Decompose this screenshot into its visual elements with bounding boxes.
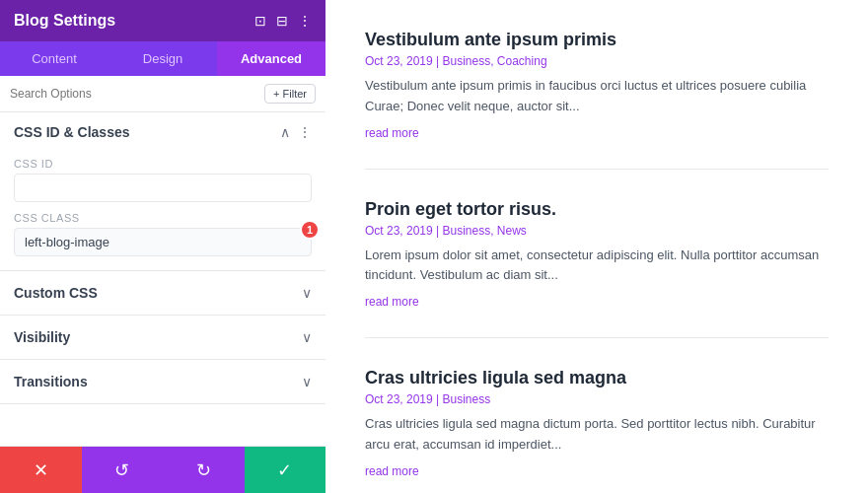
custom-css-section: Custom CSS ∨ xyxy=(0,271,326,316)
transitions-expand-icon[interactable]: ∨ xyxy=(302,374,312,389)
custom-css-expand-icon[interactable]: ∨ xyxy=(302,285,312,301)
wireframe-icon[interactable]: ⊡ xyxy=(254,13,266,29)
css-id-classes-title: CSS ID & Classes xyxy=(14,124,130,140)
visibility-expand-icon[interactable]: ∨ xyxy=(302,329,312,345)
panel-header-icons: ⊡ ⊟ ⋮ xyxy=(254,13,312,29)
collapse-icon[interactable]: ∧ xyxy=(280,124,290,140)
blog-post-2-meta: Oct 23, 2019 | Business, News xyxy=(365,224,829,238)
css-id-input[interactable] xyxy=(14,174,312,202)
bottom-toolbar: ✕ ↺ ↻ ✓ xyxy=(0,446,326,493)
transitions-section: Transitions ∨ xyxy=(0,360,326,404)
css-class-container: 1 xyxy=(14,228,312,256)
css-id-label: CSS ID xyxy=(14,158,312,170)
filter-button[interactable]: + Filter xyxy=(264,84,316,104)
search-bar: + Filter xyxy=(0,76,326,112)
panel-title: Blog Settings xyxy=(14,12,115,30)
panel-body: CSS ID & Classes ∧ ⋮ CSS ID CSS Class 1 … xyxy=(0,112,326,446)
css-class-label: CSS Class xyxy=(14,212,312,224)
tab-content[interactable]: Content xyxy=(0,41,108,76)
blog-content: Vestibulum ante ipsum primis Oct 23, 201… xyxy=(326,0,868,493)
css-class-input[interactable] xyxy=(14,228,312,256)
css-id-classes-header[interactable]: CSS ID & Classes ∧ ⋮ xyxy=(0,112,326,152)
save-button[interactable]: ✓ xyxy=(245,447,326,493)
tab-advanced[interactable]: Advanced xyxy=(217,41,326,76)
tab-design[interactable]: Design xyxy=(108,41,217,76)
search-input[interactable] xyxy=(10,87,258,101)
custom-css-header[interactable]: Custom CSS ∨ xyxy=(0,271,326,315)
blog-post-2: Proin eget tortor risus. Oct 23, 2019 | … xyxy=(365,199,829,339)
section-menu-icon[interactable]: ⋮ xyxy=(298,124,312,140)
visibility-title: Visibility xyxy=(14,329,70,345)
section-header-icons: ∧ ⋮ xyxy=(280,124,312,140)
cancel-button[interactable]: ✕ xyxy=(0,447,82,493)
blog-post-1-readmore[interactable]: read more xyxy=(365,126,419,140)
css-class-badge: 1 xyxy=(300,220,320,240)
blog-post-2-readmore[interactable]: read more xyxy=(365,295,419,309)
css-id-classes-content: CSS ID CSS Class 1 xyxy=(0,152,326,270)
blog-post-2-title: Proin eget tortor risus. xyxy=(365,199,829,220)
more-options-icon[interactable]: ⋮ xyxy=(298,13,312,29)
blog-post-3-meta: Oct 23, 2019 | Business xyxy=(365,392,829,406)
transitions-header[interactable]: Transitions ∨ xyxy=(0,360,326,403)
visibility-header[interactable]: Visibility ∨ xyxy=(0,316,326,359)
tab-bar: Content Design Advanced xyxy=(0,41,326,76)
transitions-title: Transitions xyxy=(14,374,88,389)
blog-post-1-excerpt: Vestibulum ante ipsum primis in faucibus… xyxy=(365,76,829,117)
visibility-section: Visibility ∨ xyxy=(0,316,326,360)
blog-post-1-title: Vestibulum ante ipsum primis xyxy=(365,30,829,50)
blog-post-2-excerpt: Lorem ipsum dolor sit amet, consectetur … xyxy=(365,246,829,287)
blog-post-1: Vestibulum ante ipsum primis Oct 23, 201… xyxy=(365,30,829,170)
layout-icon[interactable]: ⊟ xyxy=(276,13,288,29)
blog-post-3-readmore[interactable]: read more xyxy=(365,464,419,478)
custom-css-title: Custom CSS xyxy=(14,285,98,301)
panel-header: Blog Settings ⊡ ⊟ ⋮ xyxy=(0,0,326,41)
blog-post-3-excerpt: Cras ultricies ligula sed magna dictum p… xyxy=(365,414,829,456)
settings-panel: Blog Settings ⊡ ⊟ ⋮ Content Design Advan… xyxy=(0,0,326,493)
blog-post-3-title: Cras ultricies ligula sed magna xyxy=(365,368,829,388)
redo-button[interactable]: ↻ xyxy=(163,447,245,493)
blog-post-1-meta: Oct 23, 2019 | Business, Coaching xyxy=(365,54,829,68)
blog-post-3: Cras ultricies ligula sed magna Oct 23, … xyxy=(365,368,829,493)
undo-button[interactable]: ↺ xyxy=(82,447,164,493)
css-id-classes-section: CSS ID & Classes ∧ ⋮ CSS ID CSS Class 1 xyxy=(0,112,326,271)
